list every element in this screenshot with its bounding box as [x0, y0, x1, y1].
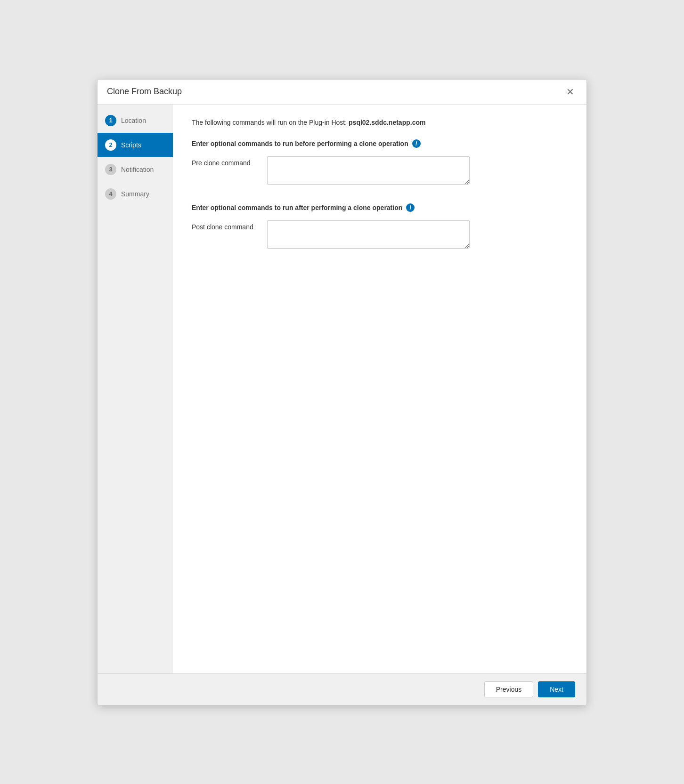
sidebar-item-label-notification: Notification	[121, 166, 154, 173]
step-number-2: 2	[105, 139, 116, 151]
pre-clone-label: Pre clone command	[192, 156, 258, 167]
pre-clone-command-input[interactable]	[267, 156, 470, 185]
plugin-host-info: The following commands will run on the P…	[192, 119, 568, 126]
dialog-footer: Previous Next	[98, 673, 586, 705]
post-clone-info-icon[interactable]: i	[406, 203, 415, 212]
sidebar-item-label-summary: Summary	[121, 190, 149, 198]
pre-clone-form-row: Pre clone command	[192, 156, 568, 185]
clone-from-backup-dialog: Clone From Backup ✕ 1 Location 2 Scripts…	[97, 79, 587, 705]
post-clone-form-row: Post clone command	[192, 220, 568, 249]
sidebar-item-scripts[interactable]: 2 Scripts	[98, 133, 173, 157]
post-clone-section-header: Enter optional commands to run after per…	[192, 203, 568, 212]
sidebar-item-summary[interactable]: 4 Summary	[98, 182, 173, 206]
pre-clone-section-header: Enter optional commands to run before pe…	[192, 139, 568, 148]
pre-clone-section-label: Enter optional commands to run before pe…	[192, 140, 408, 147]
plugin-host-prefix: The following commands will run on the P…	[192, 119, 347, 126]
dialog-body: 1 Location 2 Scripts 3 Notification 4 Su…	[98, 105, 586, 673]
dialog-header: Clone From Backup ✕	[98, 80, 586, 105]
dialog-title: Clone From Backup	[107, 87, 182, 97]
post-clone-label: Post clone command	[192, 220, 258, 231]
close-icon[interactable]: ✕	[563, 86, 577, 97]
pre-clone-info-icon[interactable]: i	[412, 139, 421, 148]
sidebar-item-label-scripts: Scripts	[121, 141, 141, 149]
sidebar-item-label-location: Location	[121, 117, 146, 124]
main-content: The following commands will run on the P…	[173, 105, 586, 673]
next-button[interactable]: Next	[538, 681, 575, 697]
post-clone-command-input[interactable]	[267, 220, 470, 249]
step-number-1: 1	[105, 115, 116, 126]
sidebar: 1 Location 2 Scripts 3 Notification 4 Su…	[98, 105, 173, 673]
sidebar-item-location[interactable]: 1 Location	[98, 108, 173, 133]
post-clone-section-label: Enter optional commands to run after per…	[192, 204, 402, 211]
previous-button[interactable]: Previous	[484, 681, 533, 697]
step-number-3: 3	[105, 164, 116, 175]
sidebar-item-notification[interactable]: 3 Notification	[98, 157, 173, 182]
step-number-4: 4	[105, 188, 116, 200]
plugin-host-value: psql02.sddc.netapp.com	[349, 119, 425, 126]
